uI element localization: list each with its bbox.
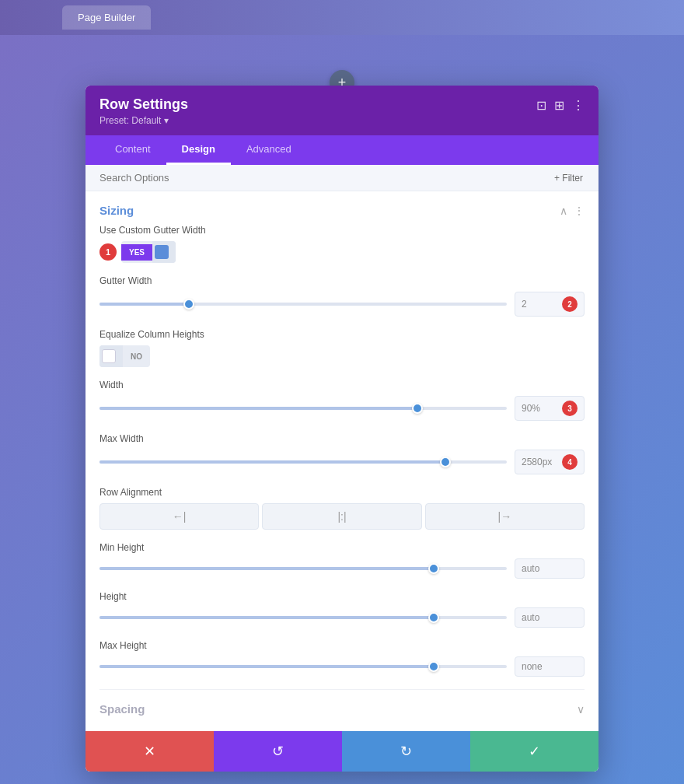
filter-button[interactable]: + Filter [548,168,589,188]
slider-thumb[interactable] [183,299,194,310]
redo-button[interactable]: ↻ [342,731,470,772]
slider-thumb-minheight[interactable] [428,563,439,574]
browser-tab[interactable]: Page Builder [62,5,151,30]
max-width-row: Max Width 2580px 4 [99,433,585,474]
step-badge-1: 1 [99,243,117,261]
header-left: Row Settings Preset: Default ▾ [99,96,188,126]
step-badge-4: 4 [562,454,578,470]
tab-content[interactable]: Content [99,135,166,165]
slider-thumb-maxheight[interactable] [428,661,439,672]
toggle-yes-label: YES [121,244,152,261]
search-bar: + Filter [86,165,598,191]
height-slider[interactable] [99,610,507,625]
expand-icon[interactable]: ∨ [577,703,585,716]
gutter-width-row: Gutter Width 2 2 [99,275,585,317]
save-button[interactable]: ✓ [470,731,598,772]
slider-fill-width [99,407,417,410]
slider-fill-maxwidth [99,460,445,464]
toggle-slider [152,241,176,263]
spacing-section[interactable]: Spacing ∨ [99,689,585,723]
modal-header: Row Settings Preset: Default ▾ ⊡ ⊞ ⋮ [86,86,598,135]
max-width-slider[interactable] [99,454,507,470]
alignment-buttons: ←| |:| |→ [99,503,585,530]
max-width-slider-row: 2580px 4 [99,450,585,474]
custom-gutter-toggle-wrap: 1 YES [99,241,585,263]
gutter-width-slider[interactable] [99,296,507,312]
spacing-title: Spacing [99,702,145,716]
width-slider[interactable] [99,401,507,416]
toggle-knob-no [102,349,116,363]
toggle-no-label: NO [123,348,150,365]
step-badge-3: 3 [562,401,578,416]
gutter-width-value[interactable]: 2 2 [515,292,585,317]
slider-track-maxheight [99,665,507,668]
cancel-button[interactable]: ✕ [86,731,214,772]
search-input[interactable] [95,165,548,191]
slider-thumb-maxwidth[interactable] [440,457,451,467]
more-icon[interactable]: ⋮ [572,100,585,112]
height-slider-row: auto [99,607,585,628]
height-value[interactable]: auto [515,607,585,628]
slider-fill [99,303,189,306]
equalize-label: Equalize Column Heights [99,329,585,340]
slider-track-maxwidth [99,460,507,464]
slider-fill-height [99,616,434,619]
toggle-slider-no [99,345,123,367]
equalize-row: Equalize Column Heights NO [99,329,585,367]
min-height-label: Min Height [99,542,585,553]
row-settings-modal: Row Settings Preset: Default ▾ ⊡ ⊞ ⋮ Con… [86,86,598,772]
header-icons: ⊡ ⊞ ⋮ [536,100,585,112]
custom-gutter-label: Use Custom Gutter Width [99,225,585,236]
align-right-icon: |→ [498,510,512,523]
min-height-row: Min Height auto [99,542,585,579]
min-height-slider[interactable] [99,561,507,576]
gutter-width-label: Gutter Width [99,275,585,286]
layout-icon[interactable]: ⊞ [554,100,564,112]
height-label: Height [99,591,585,602]
width-slider-row: 90% 3 [99,396,585,421]
slider-thumb-height[interactable] [428,612,439,623]
reset-button[interactable]: ↺ [214,731,342,772]
modal-wrapper: + Row Settings Preset: Default ▾ ⊡ ⊞ ⋮ C… [86,86,598,772]
width-row: Width 90% 3 [99,380,585,421]
slider-fill-minheight [99,567,434,570]
custom-gutter-row: Use Custom Gutter Width 1 YES [99,225,585,263]
gutter-toggle-yes[interactable]: YES [121,241,176,263]
align-right-btn[interactable]: |→ [425,503,585,530]
slider-track [99,303,507,306]
modal-title: Row Settings [99,96,188,113]
toggle-knob [155,245,169,259]
slider-track-width [99,407,507,410]
step-badge-2: 2 [562,296,578,312]
align-center-icon: |:| [337,510,346,523]
sizing-section-header: Sizing ∧ ⋮ [99,191,585,225]
height-row: Height auto [99,591,585,628]
sizing-title: Sizing [99,204,134,217]
section-icons: ∧ ⋮ [560,205,585,217]
align-left-btn[interactable]: ←| [99,503,259,530]
equalize-toggle-wrap: NO [99,345,585,367]
max-height-slider[interactable] [99,659,507,674]
slider-track-minheight [99,567,507,570]
slider-fill-maxheight [99,665,434,668]
collapse-icon[interactable]: ∧ [560,205,567,217]
min-height-value[interactable]: auto [515,558,585,579]
modal-preset[interactable]: Preset: Default ▾ [99,115,188,126]
modal-body: Sizing ∧ ⋮ Use Custom Gutter Width 1 YES [86,191,598,731]
tab-advanced[interactable]: Advanced [231,135,307,165]
max-height-slider-row: none [99,656,585,677]
equalize-toggle-no[interactable]: NO [99,345,150,367]
gutter-width-slider-row: 2 2 [99,292,585,317]
browser-bar: Page Builder [0,0,684,35]
max-height-value[interactable]: none [515,656,585,677]
tabs-bar: Content Design Advanced [86,135,598,165]
align-center-btn[interactable]: |:| [262,503,421,530]
tab-design[interactable]: Design [166,135,231,165]
slider-thumb-width[interactable] [412,403,423,414]
section-more-icon[interactable]: ⋮ [574,205,585,217]
max-width-value[interactable]: 2580px 4 [515,450,585,474]
width-value[interactable]: 90% 3 [515,396,585,421]
row-alignment-row: Row Alignment ←| |:| |→ [99,487,585,530]
min-height-slider-row: auto [99,558,585,579]
screenshot-icon[interactable]: ⊡ [536,100,546,112]
